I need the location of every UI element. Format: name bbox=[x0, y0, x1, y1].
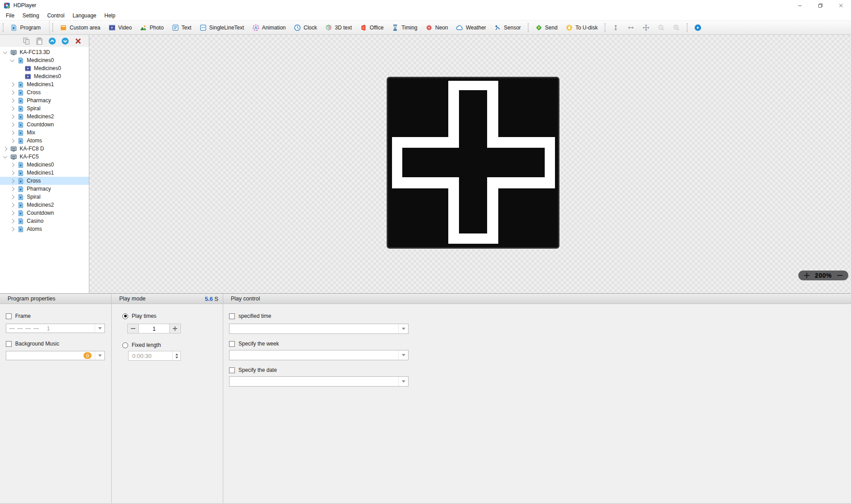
tree-item-countdown[interactable]: Countdown bbox=[0, 209, 89, 217]
menu-setting[interactable]: Setting bbox=[18, 12, 43, 20]
tree-item-spiral[interactable]: Spiral bbox=[0, 193, 89, 201]
tree-item-mix[interactable]: Mix bbox=[0, 129, 89, 137]
chevron-right-icon[interactable] bbox=[10, 98, 15, 103]
toolbar-singlelinetext[interactable]: SingleLineText bbox=[196, 22, 248, 33]
move-up-button[interactable] bbox=[48, 37, 56, 45]
spin-up-icon[interactable] bbox=[175, 354, 178, 355]
toolbar-zoom-in-button[interactable] bbox=[669, 22, 684, 33]
zoom-in-icon[interactable] bbox=[804, 273, 809, 278]
tree-item-spiral[interactable]: Spiral bbox=[0, 104, 89, 112]
minimize-button[interactable] bbox=[789, 0, 810, 11]
background-music-checkbox[interactable] bbox=[6, 341, 12, 347]
restore-button[interactable] bbox=[810, 0, 830, 11]
tree-item-atoms[interactable]: Atoms bbox=[0, 225, 89, 233]
chevron-right-icon[interactable] bbox=[10, 195, 15, 199]
tree-item-medicines0[interactable]: Medicines0 bbox=[0, 56, 89, 64]
close-button[interactable] bbox=[830, 0, 851, 11]
spin-down-icon[interactable] bbox=[175, 357, 178, 358]
tree-item-atoms[interactable]: Atoms bbox=[0, 137, 89, 145]
tree-item-medicines1[interactable]: Medicines1 bbox=[0, 169, 89, 177]
toolbar-stretch-vertical-button[interactable] bbox=[608, 22, 623, 33]
toolbar-timing[interactable]: Timing bbox=[388, 22, 421, 33]
menu-help[interactable]: Help bbox=[100, 12, 120, 20]
background-music-dropdown[interactable]: 0 bbox=[6, 351, 105, 360]
chevron-right-icon[interactable] bbox=[10, 179, 15, 183]
tree-item-pharmacy[interactable]: Pharmacy bbox=[0, 96, 89, 104]
tree-item-cross[interactable]: Cross bbox=[0, 177, 89, 185]
move-down-button[interactable] bbox=[61, 37, 69, 45]
specify-the-date-checkbox[interactable] bbox=[229, 367, 235, 373]
fixed-length-radio[interactable] bbox=[122, 342, 128, 348]
menu-file[interactable]: File bbox=[2, 12, 18, 20]
specify-the-week-dropdown[interactable] bbox=[229, 350, 409, 360]
chevron-right-icon[interactable] bbox=[10, 130, 15, 135]
toolbar-custom-area[interactable]: Custom area bbox=[56, 22, 104, 33]
preview-area[interactable]: 200% bbox=[89, 35, 851, 293]
chevron-right-icon[interactable] bbox=[10, 90, 15, 95]
toolbar-weather[interactable]: Weather bbox=[452, 22, 490, 33]
chevron-right-icon[interactable] bbox=[10, 114, 15, 119]
chevron-right-icon[interactable] bbox=[10, 227, 15, 231]
toolbar-neon[interactable]: Neon bbox=[421, 22, 452, 33]
chevron-right-icon[interactable] bbox=[10, 203, 15, 207]
play-times-radio[interactable] bbox=[122, 313, 128, 319]
toolbar-clock[interactable]: Clock bbox=[290, 22, 321, 33]
tree-item-ka-fc8-d[interactable]: KA-FC8 D bbox=[0, 145, 89, 153]
chevron-right-icon[interactable] bbox=[10, 106, 15, 111]
toolbar-office[interactable]: Office bbox=[356, 22, 388, 33]
chevron-right-icon[interactable] bbox=[3, 146, 8, 151]
toolbar-to-u-disk[interactable]: To U-disk bbox=[562, 22, 602, 33]
chevron-right-icon[interactable] bbox=[10, 187, 15, 191]
decrement-button[interactable] bbox=[128, 324, 139, 333]
toolbar-program[interactable]: Program bbox=[6, 22, 45, 33]
increment-button[interactable] bbox=[169, 324, 180, 333]
toolbar-animation[interactable]: AAnimation bbox=[248, 22, 290, 33]
tree-item-cross[interactable]: Cross bbox=[0, 88, 89, 96]
specified-time-checkbox[interactable] bbox=[229, 313, 235, 319]
chevron-right-icon[interactable] bbox=[10, 171, 15, 175]
chevron-right-icon[interactable] bbox=[10, 82, 15, 87]
toolbar-sensor[interactable]: Sensor bbox=[490, 22, 525, 33]
chevron-right-icon[interactable] bbox=[10, 162, 15, 167]
toolbar-photo[interactable]: Photo bbox=[136, 22, 167, 33]
frame-checkbox[interactable] bbox=[6, 313, 12, 319]
menu-language[interactable]: Language bbox=[68, 12, 100, 20]
specify-the-date-dropdown[interactable] bbox=[229, 376, 409, 387]
toolbar-zoom-out-button[interactable] bbox=[654, 22, 669, 33]
zoom-out-icon[interactable] bbox=[837, 273, 843, 278]
chevron-down-icon[interactable] bbox=[10, 58, 15, 62]
specified-time-dropdown[interactable] bbox=[229, 324, 409, 334]
specify-the-week-checkbox[interactable] bbox=[229, 341, 235, 347]
tree-item-ka-fc13-3d[interactable]: KA-FC13.3D bbox=[0, 48, 89, 56]
paste-button[interactable] bbox=[35, 37, 43, 45]
toolbar-video[interactable]: Video bbox=[104, 22, 136, 33]
toolbar-move-button[interactable] bbox=[638, 22, 654, 33]
fixed-length-value[interactable]: 0:00:30 bbox=[129, 353, 151, 359]
fixed-length-spinner[interactable]: 0:00:30 bbox=[128, 351, 181, 361]
toolbar-stretch-horizontal-button[interactable] bbox=[623, 22, 638, 33]
frame-style-dropdown[interactable]: 1 bbox=[6, 324, 105, 333]
tree-item-medicines2[interactable]: Medicines2 bbox=[0, 112, 89, 121]
tree-item-medicines0[interactable]: Medicines0 bbox=[0, 72, 89, 80]
tree-item-medicines1[interactable]: Medicines1 bbox=[0, 80, 89, 88]
chevron-down-icon[interactable] bbox=[3, 154, 8, 158]
tree-item-pharmacy[interactable]: Pharmacy bbox=[0, 185, 89, 193]
toolbar-3d-text[interactable]: 3D text bbox=[321, 22, 356, 33]
menu-control[interactable]: Control bbox=[43, 12, 69, 20]
toolbar-text[interactable]: Text bbox=[168, 22, 196, 33]
tree-item-medicines0[interactable]: Medicines0 bbox=[0, 64, 89, 72]
chevron-down-icon[interactable] bbox=[3, 50, 8, 54]
toolbar-play-button[interactable] bbox=[690, 22, 705, 33]
chevron-right-icon[interactable] bbox=[10, 122, 15, 127]
chevron-right-icon[interactable] bbox=[10, 219, 15, 223]
led-preview-canvas[interactable] bbox=[387, 77, 559, 249]
play-times-value[interactable]: 1 bbox=[139, 324, 169, 333]
copy-button[interactable] bbox=[22, 37, 30, 45]
tree-item-medicines0[interactable]: Medicines0 bbox=[0, 161, 89, 169]
tree-item-medicines2[interactable]: Medicines2 bbox=[0, 201, 89, 209]
chevron-right-icon[interactable] bbox=[10, 138, 15, 143]
tree-item-casino[interactable]: Casino bbox=[0, 217, 89, 225]
toolbar-send[interactable]: Send bbox=[531, 22, 562, 33]
tree-item-countdown[interactable]: Countdown bbox=[0, 121, 89, 129]
chevron-right-icon[interactable] bbox=[10, 211, 15, 215]
